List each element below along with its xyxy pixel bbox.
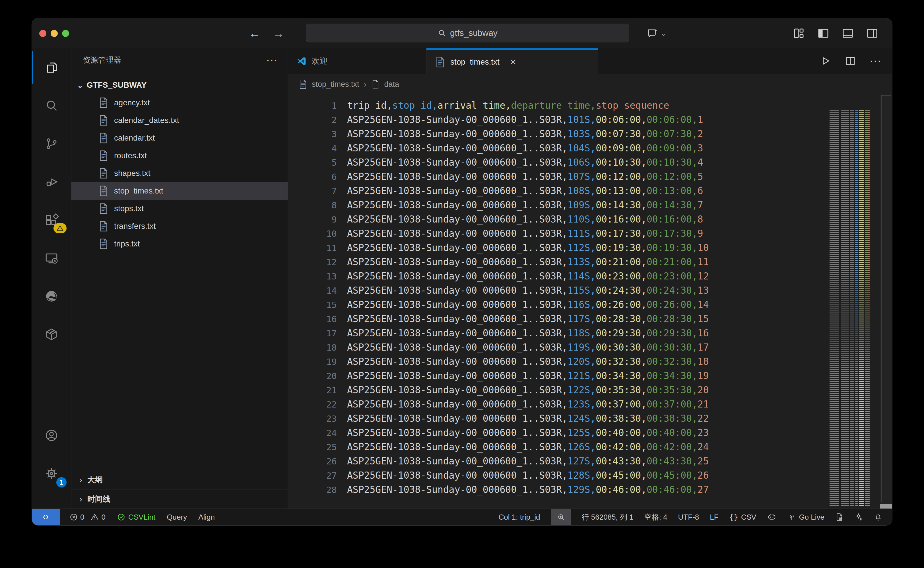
sidebar-item-source-control[interactable] — [32, 125, 71, 163]
sidebar-item-search[interactable] — [32, 86, 71, 125]
file-row-stop_times-txt[interactable]: stop_times.txt — [71, 182, 288, 200]
sidebar-item-extensions[interactable] — [32, 201, 71, 239]
code-line: 16ASP25GEN-1038-Sunday-00_000600_1..S03R… — [288, 312, 824, 326]
sidebar-item-remote-explorer[interactable] — [32, 239, 71, 277]
command-center-search[interactable]: gtfs_subway — [306, 24, 629, 42]
section-timeline[interactable]: › 时间线 — [71, 489, 288, 509]
code-line: 19ASP25GEN-1038-Sunday-00_000600_1..S03R… — [288, 355, 824, 369]
forward-icon[interactable]: → — [273, 26, 285, 40]
encoding-indicator[interactable]: UTF-8 — [678, 509, 699, 525]
scrollbar-handle[interactable] — [880, 504, 892, 509]
line-content: ASP25GEN-1038-Sunday-00_000600_1..S03R,1… — [337, 468, 709, 483]
more-actions-icon[interactable]: ⋯ — [870, 54, 882, 68]
breadcrumb-file[interactable]: stop_times.txt — [312, 80, 359, 89]
csv-field: 117S, — [568, 313, 596, 325]
close-window-button[interactable] — [39, 30, 47, 37]
breadcrumb-symbol[interactable]: data — [384, 80, 399, 89]
file-row-calendar_dates-txt[interactable]: calendar_dates.txt — [71, 112, 288, 129]
csv-field: 00:21:00, — [596, 257, 647, 267]
split-editor-icon[interactable] — [844, 55, 856, 67]
query-button[interactable]: Query — [167, 513, 187, 522]
file-row-stops-txt[interactable]: stops.txt — [71, 200, 288, 218]
file-icon — [299, 79, 307, 89]
file-name: routes.txt — [114, 151, 147, 160]
accounts-button[interactable] — [32, 416, 71, 455]
code-line: 27ASP25GEN-1038-Sunday-00_000600_1..S03R… — [288, 468, 824, 483]
toggle-panel-icon[interactable] — [841, 26, 855, 40]
file-row-routes-txt[interactable]: routes.txt — [71, 147, 288, 165]
folder-row-gtfs-subway[interactable]: ⌄ GTFS_SUBWAY — [71, 76, 288, 94]
csv-field: 6 — [698, 185, 703, 196]
csv-field: 00:12:00, — [647, 171, 698, 182]
csv-field: ASP25GEN-1038-Sunday-00_000600_1..S03R, — [347, 356, 568, 367]
go-live-button[interactable]: Go Live — [787, 509, 825, 525]
back-icon[interactable]: ← — [249, 26, 261, 40]
line-number: 20 — [288, 369, 337, 383]
line-number: 4 — [288, 141, 337, 156]
tab-welcome[interactable]: 欢迎 — [288, 48, 427, 74]
copilot-menu[interactable]: ⌄ — [646, 18, 667, 48]
csv-field: ASP25GEN-1038-Sunday-00_000600_1..S03R, — [347, 285, 568, 296]
copilot-status[interactable] — [767, 509, 777, 525]
minimap[interactable] — [829, 110, 871, 507]
problems-indicator[interactable]: 0 0 — [69, 513, 106, 522]
indentation-indicator[interactable]: 空格: 4 — [644, 509, 668, 525]
csv-field: 7 — [698, 199, 703, 211]
csv-field: 125S, — [568, 427, 596, 438]
eol-indicator[interactable]: LF — [710, 509, 718, 525]
notifications-button[interactable] — [874, 509, 882, 525]
sidebar-item-run-debug[interactable] — [32, 163, 71, 201]
minimize-window-button[interactable] — [51, 30, 58, 37]
code-area[interactable]: 1trip_id,stop_id,arrival_time,departure_… — [288, 94, 892, 509]
csv-field: 00:16:00, — [647, 214, 698, 225]
csv-field: ASP25GEN-1038-Sunday-00_000600_1..S03R, — [347, 427, 568, 438]
file-row-trips-txt[interactable]: trips.txt — [71, 235, 288, 253]
page-icon — [371, 80, 380, 89]
file-row-agency-txt[interactable]: agency.txt — [71, 94, 288, 112]
csvlint-status[interactable]: CSVLint — [117, 513, 155, 522]
minimap-stripe — [865, 110, 868, 507]
align-button[interactable]: Align — [198, 513, 215, 522]
customize-layout-icon[interactable] — [792, 26, 806, 40]
file-row-shapes-txt[interactable]: shapes.txt — [71, 165, 288, 182]
scrollbar-slider[interactable] — [881, 95, 891, 502]
editor-group: 欢迎 stop_times.txt × ⋯ stop_times.txt › — [288, 48, 892, 509]
indentation-label: 空格: 4 — [644, 512, 668, 522]
maximize-window-button[interactable] — [62, 30, 69, 37]
csv-field: 104S, — [568, 143, 596, 154]
line-number: 16 — [288, 312, 337, 326]
file-name: agency.txt — [114, 98, 150, 107]
sidebar-item-explorer[interactable] — [32, 48, 71, 86]
file-name: transfers.txt — [114, 222, 155, 231]
explorer-header: 资源管理器 ⋯ — [71, 48, 288, 72]
zoom-button[interactable] — [551, 509, 571, 525]
tab-bar: 欢迎 stop_times.txt × ⋯ — [288, 48, 892, 74]
csv-field: 120S, — [568, 356, 596, 367]
cursor-position[interactable]: 行 562085, 列 1 — [582, 509, 633, 525]
sidebar-item-package[interactable] — [32, 315, 71, 353]
more-actions-icon[interactable]: ⋯ — [266, 57, 278, 63]
settings-button[interactable]: 1 — [32, 455, 71, 492]
section-outline[interactable]: › 大纲 — [71, 470, 288, 489]
close-icon[interactable]: × — [510, 56, 516, 68]
file-row-calendar-txt[interactable]: calendar.txt — [71, 129, 288, 147]
run-file-icon[interactable] — [819, 55, 831, 67]
ai-actions-button[interactable] — [855, 509, 863, 525]
activity-bar-spacer — [32, 353, 71, 416]
sidebar-item-edge-tools[interactable] — [32, 277, 71, 315]
toggle-secondary-sidebar-icon[interactable] — [865, 26, 879, 40]
file-row-transfers-txt[interactable]: transfers.txt — [71, 218, 288, 235]
csv-field: 10 — [698, 242, 709, 253]
csv-field: 00:24:30, — [647, 285, 698, 296]
line-number: 26 — [288, 454, 337, 468]
vertical-scrollbar[interactable] — [880, 94, 892, 509]
language-mode[interactable]: {} CSV — [730, 509, 757, 525]
csv-field: ASP25GEN-1038-Sunday-00_000600_1..S03R, — [347, 384, 568, 396]
csv-column-indicator[interactable]: Col 1: trip_id — [499, 509, 540, 525]
tab-stop-times[interactable]: stop_times.txt × — [427, 48, 598, 74]
csv-field: 00:30:30, — [596, 342, 647, 353]
csv-field: 22 — [698, 413, 709, 424]
preview-file-button[interactable] — [835, 509, 844, 525]
remote-indicator[interactable] — [32, 509, 60, 525]
toggle-sidebar-icon[interactable] — [817, 26, 830, 40]
